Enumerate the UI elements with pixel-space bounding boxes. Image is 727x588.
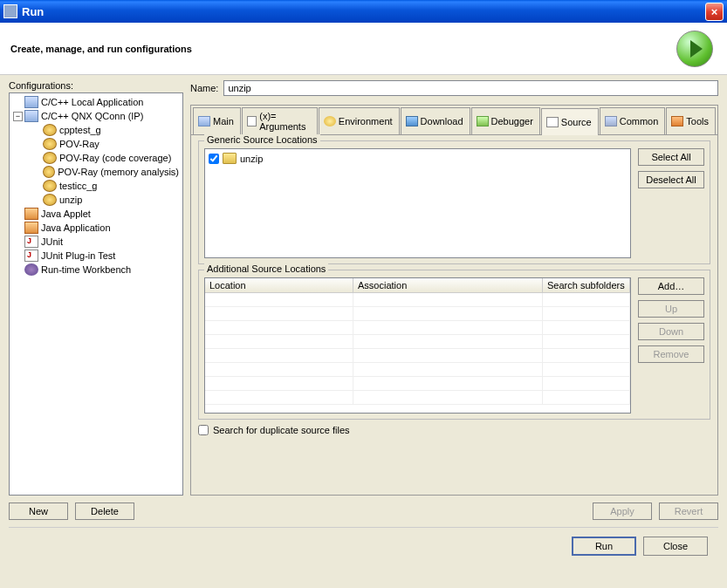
- tree-item[interactable]: −C/C++ QNX QConn (IP): [11, 109, 181, 123]
- tree-node-icon: [24, 263, 38, 276]
- source-checkbox[interactable]: [209, 154, 219, 164]
- tree-item-label: C/C++ Local Application: [41, 97, 143, 107]
- revert-button[interactable]: Revert: [659, 503, 718, 520]
- tree-item-label: JUnit: [41, 236, 63, 247]
- tree-item[interactable]: POV-Ray: [11, 137, 181, 151]
- source-item-label: unzip: [240, 154, 263, 164]
- tree-node-icon: [24, 222, 38, 234]
- tree-item[interactable]: POV-Ray (memory analysis): [11, 165, 181, 179]
- table-row[interactable]: [205, 377, 630, 391]
- tab-label: Environment: [339, 116, 393, 126]
- generic-source-list[interactable]: unzip: [204, 148, 631, 258]
- table-row[interactable]: [205, 349, 630, 363]
- window-title: Run: [22, 5, 705, 18]
- tree-item-label: POV-Ray (code coverage): [59, 153, 171, 163]
- configurations-tree[interactable]: C/C++ Local Application−C/C++ QNX QConn …: [9, 92, 183, 496]
- additional-source-table[interactable]: Location Association Search subfolders: [204, 277, 631, 414]
- tree-item[interactable]: JUnit Plug-in Test: [11, 249, 181, 263]
- tab-debugger[interactable]: Debugger: [471, 107, 540, 134]
- tree-item[interactable]: Run-time Workbench: [11, 263, 181, 277]
- add-button[interactable]: Add…: [638, 277, 704, 295]
- tree-node-icon: [43, 166, 55, 178]
- tree-item[interactable]: cpptest_g: [11, 123, 181, 137]
- col-association[interactable]: Association: [353, 278, 543, 292]
- tree-item-label: unzip: [59, 195, 82, 205]
- tree-node-icon: [43, 138, 57, 150]
- dialog-header: Create, manage, and run configurations: [0, 23, 727, 75]
- tree-expander-icon[interactable]: −: [13, 112, 23, 121]
- run-hero-icon: [676, 31, 713, 67]
- apply-button[interactable]: Apply: [593, 503, 652, 520]
- tree-node-icon: [24, 96, 38, 108]
- table-row[interactable]: [205, 335, 630, 349]
- down-button[interactable]: Down: [638, 323, 704, 340]
- tab-tools[interactable]: Tools: [666, 107, 716, 134]
- tab-source[interactable]: Source: [541, 108, 599, 135]
- tree-item-label: Run-time Workbench: [41, 264, 131, 275]
- tree-node-icon: [24, 250, 38, 262]
- close-icon[interactable]: ×: [705, 3, 724, 21]
- tree-item-label: testicc_g: [59, 181, 97, 191]
- name-label: Name:: [190, 83, 218, 93]
- tree-item[interactable]: testicc_g: [11, 179, 181, 193]
- tree-item[interactable]: Java Application: [11, 221, 181, 235]
- tab-main[interactable]: Main: [193, 107, 241, 134]
- tree-node-icon: [24, 110, 38, 122]
- tree-item[interactable]: unzip: [11, 193, 181, 207]
- table-row[interactable]: [205, 293, 630, 307]
- tree-node-icon: [43, 194, 57, 206]
- col-search-subfolders[interactable]: Search subfolders: [543, 278, 630, 292]
- tree-node-icon: [43, 124, 57, 136]
- name-input[interactable]: [223, 80, 718, 96]
- tree-node-icon: [43, 180, 57, 192]
- deselect-all-button[interactable]: Deselect All: [638, 171, 704, 188]
- window-icon: [3, 4, 17, 18]
- play-triangle-icon: [690, 40, 703, 58]
- duplicate-search-checkbox[interactable]: [198, 425, 209, 435]
- folder-icon: [223, 153, 237, 164]
- up-button[interactable]: Up: [638, 300, 704, 318]
- delete-button[interactable]: Delete: [75, 503, 134, 520]
- run-button[interactable]: Run: [572, 537, 636, 556]
- tree-node-icon: [24, 208, 38, 220]
- tree-item[interactable]: Java Applet: [11, 207, 181, 221]
- col-location[interactable]: Location: [205, 278, 353, 292]
- tab-download[interactable]: Download: [401, 107, 470, 134]
- remove-button[interactable]: Remove: [638, 345, 704, 363]
- source-item[interactable]: unzip: [209, 153, 627, 164]
- tab--x-arguments[interactable]: (x)= Arguments: [242, 107, 318, 134]
- tab-label: Download: [421, 116, 463, 126]
- table-row[interactable]: [205, 391, 630, 405]
- tab-icon: [406, 116, 418, 126]
- tab-icon: [546, 117, 559, 127]
- duplicate-search-label: Search for duplicate source files: [213, 425, 350, 435]
- table-row[interactable]: [205, 321, 630, 335]
- tab-icon: [671, 116, 683, 126]
- close-button[interactable]: Close: [643, 537, 708, 556]
- new-button[interactable]: New: [9, 503, 68, 520]
- tree-item-label: Java Applet: [41, 209, 91, 219]
- tree-item[interactable]: JUnit: [11, 235, 181, 249]
- title-bar: Run ×: [0, 0, 727, 23]
- tree-item-label: Java Application: [41, 222, 111, 233]
- tab-icon: [324, 116, 336, 126]
- tree-item-label: C/C++ QNX QConn (IP): [41, 111, 143, 121]
- tab-common[interactable]: Common: [600, 107, 666, 134]
- tree-item-label: POV-Ray: [59, 139, 99, 149]
- select-all-button[interactable]: Select All: [638, 148, 704, 166]
- tree-item-label: cpptest_g: [59, 125, 101, 135]
- tab-environment[interactable]: Environment: [319, 107, 400, 134]
- tree-item-label: JUnit Plug-in Test: [41, 250, 115, 261]
- tree-node-icon: [24, 236, 38, 248]
- tree-item-label: POV-Ray (memory analysis): [58, 167, 179, 177]
- tab-icon: [605, 116, 617, 126]
- table-row[interactable]: [205, 307, 630, 321]
- tab-label: (x)= Arguments: [259, 111, 311, 132]
- tab-icon: [198, 116, 210, 126]
- tab-label: Source: [561, 117, 592, 127]
- tree-item[interactable]: C/C++ Local Application: [11, 95, 181, 109]
- tab-strip: Main(x)= ArgumentsEnvironmentDownloadDeb…: [191, 106, 717, 134]
- tab-label: Debugger: [491, 116, 533, 126]
- table-row[interactable]: [205, 363, 630, 377]
- tree-item[interactable]: POV-Ray (code coverage): [11, 151, 181, 165]
